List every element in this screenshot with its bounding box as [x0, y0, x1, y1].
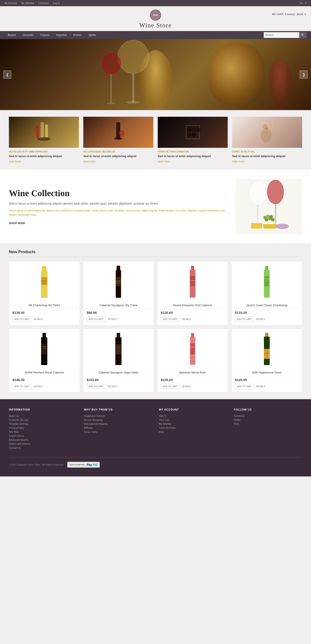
footer-sign-in[interactable]: Sign In	[159, 414, 227, 417]
footer-my-wishlist[interactable]: My Wishlist	[159, 422, 227, 425]
svg-text:ROAD: ROAD	[43, 282, 47, 284]
details-6[interactable]: DETAILS	[108, 384, 117, 389]
details-3[interactable]: DETAILS	[182, 317, 191, 322]
footer-why: WHY BUY FROM US Shipping & Returns Secur…	[84, 408, 152, 450]
shop-now-link[interactable]: SHOP NOW	[9, 222, 25, 225]
cart-label: MY CART:	[272, 13, 284, 16]
footer-orders-returns[interactable]: Orders and Returns	[9, 442, 77, 445]
product-price-1: $138.30	[13, 309, 76, 314]
details-8[interactable]: DETAILS	[256, 384, 265, 389]
add-to-cart-4[interactable]: ADD TO CART	[235, 317, 254, 322]
footer-help[interactable]: Help	[159, 430, 227, 433]
svg-point-40	[275, 224, 289, 229]
add-to-cart-7[interactable]: ADD TO CART	[161, 384, 180, 389]
nav-futures[interactable]: Futures	[37, 31, 53, 39]
add-to-cart-3[interactable]: ADD TO CART	[161, 317, 180, 322]
add-to-cart-8[interactable]: ADD TO CART	[235, 384, 254, 389]
feature-title-3: Sed in lacus ut enim adipiscing aliquet	[158, 154, 228, 158]
product-image-2: CABERNET SAUVIGNON	[110, 265, 127, 300]
details-4[interactable]: DETAILS	[256, 317, 265, 322]
footer-template-settings[interactable]: Template Settings	[9, 422, 77, 425]
cart-dropdown-icon[interactable]: ▼	[304, 13, 306, 16]
logo-badge: WINE	[150, 10, 161, 21]
footer-about-us[interactable]: About Us	[9, 414, 77, 417]
footer-rss[interactable]: RSS	[234, 422, 302, 425]
product-image-4: JACOB'S CREEK	[258, 265, 276, 300]
paypal-button[interactable]: NOW ACCEPTING Pay Pal	[67, 462, 100, 468]
footer-facebook[interactable]: Facebook	[234, 414, 302, 417]
product-card-5: SHAW SHIRAZ SHAW Premium Shiraz Cabernet…	[9, 329, 80, 392]
currency-selector[interactable]: $	[305, 2, 306, 4]
details-2[interactable]: DETAILS	[108, 317, 117, 322]
language-selector[interactable]: En	[300, 2, 303, 4]
checkout-link[interactable]: Checkout	[38, 2, 49, 4]
product-actions-2: ADD TO CART DETAILS	[87, 317, 150, 322]
my-account-link[interactable]: My Account	[5, 2, 17, 4]
footer-twitter[interactable]: Twitter	[234, 418, 302, 421]
logo[interactable]: WINE Wine Store	[139, 10, 172, 29]
search-input[interactable]	[264, 32, 299, 38]
footer-search-terms[interactable]: Search Terms	[9, 434, 77, 437]
footer-advanced-search[interactable]: Advanced Search	[9, 438, 77, 441]
footer-group-sales[interactable]: Group Sales	[84, 430, 152, 433]
product-actions-5: ADD TO CART DETAILS	[13, 384, 76, 389]
footer-track-order[interactable]: Track My Order	[159, 426, 227, 429]
product-card-2: CABERNET SAUVIGNON Cabernet Sauvignon, D…	[83, 262, 154, 325]
add-to-cart-5[interactable]: ADD TO CART	[13, 384, 31, 389]
hero-banner: ❮ ❯	[0, 39, 311, 110]
svg-point-20	[192, 133, 196, 137]
nav-imported[interactable]: Imported	[53, 31, 70, 39]
add-to-cart-6[interactable]: ADD TO CART	[87, 384, 106, 389]
feature-link-4[interactable]: read more	[232, 160, 302, 163]
feature-item-1: SED IN LACUS UT ENIM ADIPISCING Sed in l…	[9, 117, 79, 163]
footer-contact-us[interactable]: Contact Us	[9, 446, 77, 449]
footer-view-cart[interactable]: View Cart	[159, 418, 227, 421]
product-card-6: 90 Cabernet Sauvignon, Napa Valley $153.…	[83, 329, 154, 392]
footer-privacy-policy[interactable]: Privacy Policy	[9, 426, 77, 429]
feature-link-3[interactable]: read more	[158, 160, 228, 163]
footer-site-map[interactable]: Site Map	[9, 430, 77, 433]
svg-point-36	[266, 214, 270, 218]
add-to-cart-1[interactable]: ADD TO CART	[13, 317, 31, 322]
details-5[interactable]: DETAILS	[34, 384, 43, 389]
footer-international-shipping[interactable]: International Shipping	[84, 422, 152, 425]
svg-point-26	[249, 181, 266, 205]
footer-affiliates[interactable]: Affiliates	[84, 426, 152, 429]
cart-info[interactable]: MY CART: 0 item(s) -$0.00 ▼	[272, 13, 306, 16]
footer-shipping-returns[interactable]: Shipping & Returns	[84, 414, 152, 417]
svg-rect-56	[265, 266, 268, 270]
hero-prev-button[interactable]: ❮	[3, 70, 11, 78]
feature-link-1[interactable]: read more	[9, 160, 79, 163]
svg-text:MARRENON: MARRENON	[190, 346, 195, 348]
details-7[interactable]: DETAILS	[182, 384, 191, 389]
svg-point-0	[118, 40, 149, 74]
nav-spirits[interactable]: Spirits	[85, 31, 99, 39]
feature-item-2: PELLENTESQUE SED DOLOR Sed in lacus ut e…	[83, 117, 153, 163]
product-actions-8: ADD TO CART DETAILS	[235, 384, 298, 389]
nav-kosher[interactable]: Kosher	[70, 31, 85, 39]
svg-text:SAUVIGNON: SAUVIGNON	[116, 282, 121, 284]
hero-next-button[interactable]: ❯	[300, 70, 308, 78]
login-link[interactable]: Log In	[53, 2, 60, 4]
footer-customer-service[interactable]: Customer Service	[9, 418, 77, 421]
footer-secure-shopping[interactable]: Secure Shopping	[84, 418, 152, 421]
product-actions-6: ADD TO CART DETAILS	[87, 384, 150, 389]
svg-text:SHIRAZ: SHIRAZ	[43, 348, 46, 349]
paypal-pal: Pal	[93, 463, 98, 466]
my-wishlist-link[interactable]: My Wishlist	[22, 2, 34, 4]
svg-rect-8	[36, 126, 39, 138]
svg-text:SHAW: SHAW	[43, 346, 46, 348]
footer-follow: FOLLOW US Facebook Twitter RSS	[234, 408, 302, 450]
details-1[interactable]: DETAILS	[34, 317, 43, 322]
top-bar-right: En $	[300, 2, 306, 4]
search-button[interactable]: 🔍	[299, 32, 306, 38]
nav-basket[interactable]: Basket	[5, 31, 19, 39]
add-to-cart-2[interactable]: ADD TO CART	[87, 317, 106, 322]
feature-link-2[interactable]: read more	[83, 160, 153, 163]
svg-rect-47	[117, 266, 120, 270]
nav-search: 🔍	[264, 32, 306, 38]
product-name-8: 2005 Pepperwood Grove	[252, 371, 281, 374]
svg-point-29	[267, 180, 284, 204]
product-card-8: PEPPERWOOD 2005 Pepperwood Grove $120.55…	[231, 329, 302, 392]
nav-domestic[interactable]: Domestic	[19, 31, 37, 39]
